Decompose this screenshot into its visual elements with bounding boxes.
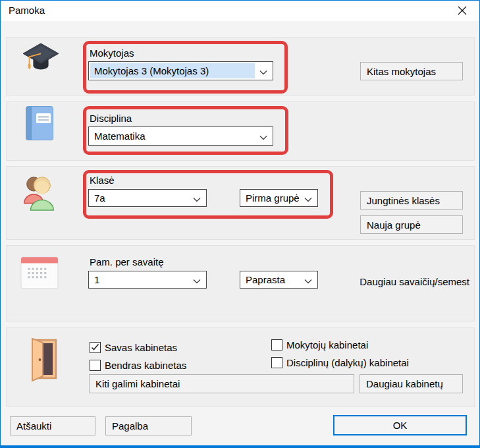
ok-button[interactable]: OK	[333, 415, 467, 435]
cancel-button[interactable]: Atšaukti	[10, 416, 95, 435]
ok-button-label: OK	[393, 420, 408, 431]
chevron-down-icon	[193, 192, 201, 204]
cancel-button-label: Atšaukti	[16, 420, 51, 432]
help-button-label: Pagalba	[112, 420, 148, 432]
more-rooms-button[interactable]: Daugiau kabinetų	[360, 374, 463, 393]
other-rooms-button-label: Kiti galimi kabinetai	[95, 378, 180, 389]
teacher-select-value: Mokytojas 3 (Mokytojas 3)	[94, 65, 209, 76]
class-select[interactable]: 7a	[88, 189, 207, 207]
close-icon	[458, 6, 467, 17]
lesson-type-value: Paprasta	[246, 274, 285, 285]
checkbox-box	[271, 357, 282, 368]
checkbox-box	[271, 339, 282, 350]
checkmark-icon	[91, 342, 99, 353]
lesson-type-select[interactable]: Paprasta	[240, 271, 318, 289]
chevron-down-icon	[259, 130, 267, 142]
new-group-button[interactable]: Nauja grupė	[360, 215, 463, 234]
group-select[interactable]: Pirma grupė	[240, 189, 318, 207]
checkbox-box	[90, 360, 101, 371]
other-teacher-button-label: Kitas mokytojas	[367, 66, 436, 77]
book-icon	[25, 105, 54, 143]
lesson-dialog: Pamoka Mokytojas Mokytojas 3 (Mokytojas …	[0, 0, 480, 448]
teachers-rooms-label: Mokytojų kabinetai	[286, 339, 368, 350]
subject-rooms-label: Disciplinų (dalykų) kabinetai	[286, 357, 409, 368]
subject-label: Disciplina	[90, 113, 132, 124]
chevron-down-icon	[304, 274, 312, 285]
graduation-cap-icon	[20, 42, 61, 79]
subject-select-value: Matematika	[94, 130, 146, 142]
chevron-down-icon	[259, 65, 267, 76]
more-weeks-link[interactable]: Daugiau savaičių/semest	[360, 276, 469, 287]
week-panel: Pam. per savaitę 1 Paprasta Daugiau sava…	[6, 245, 475, 322]
people-icon	[20, 173, 59, 213]
more-rooms-button-label: Daugiau kabinetų	[366, 378, 443, 389]
class-label: Klasė	[90, 175, 115, 186]
other-rooms-button[interactable]: Kiti galimi kabinetai	[89, 374, 354, 393]
new-group-button-label: Nauja grupė	[367, 219, 421, 231]
shared-room-checkbox[interactable]: Bendras kabinetas	[90, 360, 186, 371]
teachers-rooms-checkbox[interactable]: Mokytojų kabinetai	[271, 339, 368, 350]
chevron-down-icon	[193, 274, 201, 285]
teacher-label: Mokytojas	[90, 47, 134, 59]
subject-select[interactable]: Matematika	[88, 126, 273, 146]
room-panel: Savas kabinetas Bendras kabinetas Mokyto…	[6, 327, 475, 407]
own-room-checkbox[interactable]: Savas kabinetas	[90, 342, 177, 353]
own-room-label: Savas kabinetas	[105, 342, 177, 353]
class-panel: Klasė 7a Pirma grupė Jungtinės klasės Na…	[6, 166, 475, 240]
help-button[interactable]: Pagalba	[105, 416, 192, 435]
other-teacher-button[interactable]: Kitas mokytojas	[360, 62, 463, 80]
joint-classes-button[interactable]: Jungtinės klasės	[360, 191, 463, 210]
teacher-select[interactable]: Mokytojas 3 (Mokytojas 3)	[88, 61, 273, 80]
joint-classes-button-label: Jungtinės klasės	[367, 195, 440, 206]
class-select-value: 7a	[94, 192, 105, 204]
door-icon	[26, 337, 60, 384]
title-bar: Pamoka	[1, 1, 479, 21]
lessons-count-select[interactable]: 1	[88, 271, 207, 289]
shared-room-label: Bendras kabinetas	[105, 360, 186, 371]
chevron-down-icon	[304, 192, 312, 204]
lessons-count-value: 1	[94, 274, 99, 285]
dialog-title: Pamoka	[9, 5, 45, 16]
teacher-panel: Mokytojas Mokytojas 3 (Mokytojas 3) Kita…	[6, 37, 475, 96]
calendar-icon	[20, 255, 59, 293]
checkbox-box	[90, 342, 101, 353]
close-button[interactable]	[456, 5, 469, 17]
subject-panel: Disciplina Matematika	[6, 101, 475, 161]
subject-rooms-checkbox[interactable]: Disciplinų (dalykų) kabinetai	[271, 357, 409, 368]
group-select-value: Pirma grupė	[246, 192, 300, 204]
lessons-per-week-label: Pam. per savaitę	[90, 256, 164, 267]
